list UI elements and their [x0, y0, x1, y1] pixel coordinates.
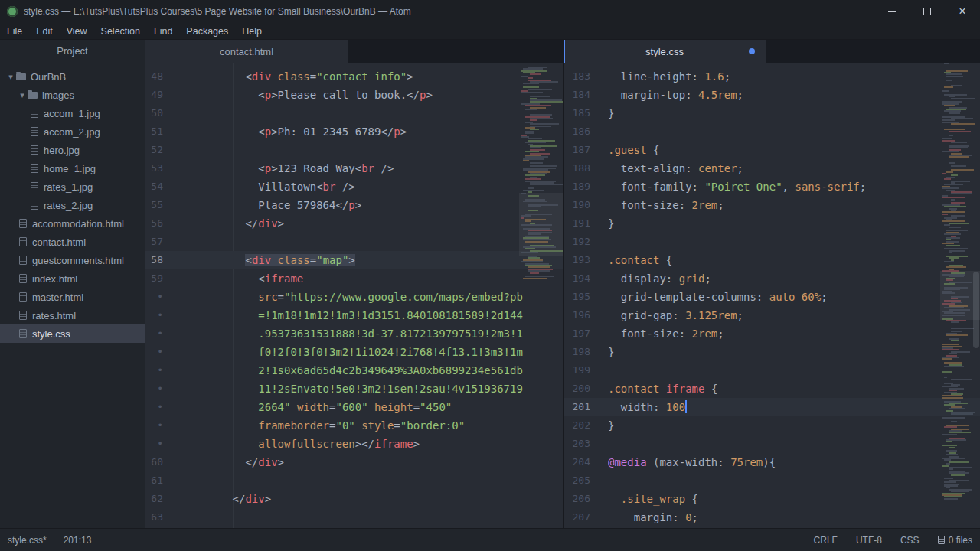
code-line-187[interactable]: 187.guest {	[564, 141, 980, 159]
line-number[interactable]: 203	[564, 435, 608, 453]
tree-item-contact-html[interactable]: contact.html	[0, 233, 145, 251]
code-line-51[interactable]: 51 <p>Ph: 01 2345 6789</p>	[145, 122, 563, 141]
code-line-202[interactable]: 202}	[564, 416, 980, 435]
line-number[interactable]: 52	[145, 141, 194, 159]
line-number[interactable]: •	[145, 343, 194, 361]
line-number[interactable]: 62	[145, 490, 194, 508]
line-number[interactable]: 194	[564, 269, 608, 288]
code-line-198[interactable]: 198}	[564, 343, 980, 361]
tree-item-style-css[interactable]: style.css	[0, 324, 145, 343]
line-number[interactable]: 193	[564, 251, 608, 269]
status-file-name[interactable]: style.css*	[8, 535, 47, 546]
code-line-191[interactable]: 191}	[564, 214, 980, 233]
wrapped-code-line[interactable]: • 2664" width="600" height="450"	[145, 398, 563, 416]
line-number[interactable]: 51	[145, 122, 194, 141]
line-number[interactable]: 204	[564, 453, 608, 471]
code-line-57[interactable]: 57	[145, 233, 563, 251]
tree-item-home-1-jpg[interactable]: home_1.jpg	[0, 159, 145, 178]
line-number[interactable]: 186	[564, 122, 608, 141]
code-line-53[interactable]: 53 <p>123 Road Way<br />	[145, 159, 563, 178]
tree-item-accom-1-jpg[interactable]: accom_1.jpg	[0, 104, 145, 122]
menu-item-view[interactable]: View	[60, 23, 94, 40]
tab-style-css[interactable]: style.css	[564, 40, 766, 63]
line-number[interactable]: •	[145, 435, 194, 453]
line-number[interactable]: 199	[564, 361, 608, 380]
line-number[interactable]: 63	[145, 508, 194, 527]
code-line-60[interactable]: 60 </div>	[145, 453, 563, 471]
line-number[interactable]: 189	[564, 178, 608, 196]
tree-item-accom-2-jpg[interactable]: accom_2.jpg	[0, 122, 145, 141]
line-number[interactable]: •	[145, 398, 194, 416]
wrapped-code-line[interactable]: • 11!2sEnvato!5e0!3m2!1sen!2sau!4v151936…	[145, 380, 563, 398]
code-line-183[interactable]: 183 line-height: 1.6;	[564, 67, 980, 86]
tree-item-rates-1-jpg[interactable]: rates_1.jpg	[0, 178, 145, 196]
menu-item-edit[interactable]: Edit	[29, 23, 60, 40]
line-number[interactable]: 197	[564, 324, 608, 343]
line-number[interactable]: 201	[564, 398, 608, 416]
line-number[interactable]: 195	[564, 288, 608, 306]
code-line-203[interactable]: 203	[564, 435, 980, 453]
code-line-205[interactable]: 205	[564, 471, 980, 490]
line-number[interactable]: 183	[564, 67, 608, 86]
line-number[interactable]: 49	[145, 86, 194, 104]
line-number[interactable]: •	[145, 416, 194, 435]
wrapped-code-line[interactable]: • allowfullscreen></iframe>	[145, 435, 563, 453]
menu-item-help[interactable]: Help	[235, 23, 269, 40]
code-line-201[interactable]: 201 width: 100	[564, 398, 980, 416]
code-line-194[interactable]: 194 display: grid;	[564, 269, 980, 288]
code-line-204[interactable]: 204@media (max-width: 75rem){	[564, 453, 980, 471]
code-line-199[interactable]: 199	[564, 361, 980, 380]
code-line-188[interactable]: 188 text-align: center;	[564, 159, 980, 178]
line-number[interactable]: 185	[564, 104, 608, 122]
editor-contact-html[interactable]: 48 <div class="contact_info">49 <p>Pleas…	[145, 63, 563, 528]
close-button[interactable]: ×	[945, 0, 980, 23]
line-number[interactable]: 53	[145, 159, 194, 178]
tree-item-rates-html[interactable]: rates.html	[0, 306, 145, 324]
line-number[interactable]: 191	[564, 214, 608, 233]
status-cursor-position[interactable]: 201:13	[64, 535, 92, 546]
line-number[interactable]: 192	[564, 233, 608, 251]
line-number[interactable]: 61	[145, 471, 194, 490]
line-number[interactable]: •	[145, 324, 194, 343]
tree-item-rates-2-jpg[interactable]: rates_2.jpg	[0, 196, 145, 214]
code-line-189[interactable]: 189 font-family: "Poiret One", sans-seri…	[564, 178, 980, 196]
code-line-54[interactable]: 54 Villatown<br />	[145, 178, 563, 196]
status-encoding[interactable]: UTF-8	[856, 535, 882, 546]
line-number[interactable]: 54	[145, 178, 194, 196]
line-number[interactable]: 50	[145, 104, 194, 122]
code-line-195[interactable]: 195 grid-template-columns: auto 60%;	[564, 288, 980, 306]
line-number[interactable]: 59	[145, 269, 194, 288]
line-number[interactable]: 187	[564, 141, 608, 159]
line-number[interactable]: •	[145, 380, 194, 398]
code-line-58[interactable]: 58 <div class="map">	[145, 251, 563, 269]
line-number[interactable]: 196	[564, 306, 608, 324]
code-line-206[interactable]: 206 .site_wrap {	[564, 490, 980, 508]
tree-item-hero-jpg[interactable]: hero.jpg	[0, 141, 145, 159]
code-line-184[interactable]: 184 margin-top: 4.5rem;	[564, 86, 980, 104]
tree-item-index-html[interactable]: index.html	[0, 269, 145, 288]
modified-indicator-icon[interactable]	[749, 48, 755, 54]
code-line-196[interactable]: 196 grid-gap: 3.125rem;	[564, 306, 980, 324]
line-number[interactable]: 58	[145, 251, 194, 269]
code-line-200[interactable]: 200.contact iframe {	[564, 380, 980, 398]
line-number[interactable]: 206	[564, 490, 608, 508]
code-line-56[interactable]: 56 </div>	[145, 214, 563, 233]
line-number[interactable]: •	[145, 306, 194, 324]
code-line-50[interactable]: 50	[145, 104, 563, 122]
tab-contact-html[interactable]: contact.html	[145, 40, 348, 63]
code-line-193[interactable]: 193.contact {	[564, 251, 980, 269]
code-line-190[interactable]: 190 font-size: 2rem;	[564, 196, 980, 214]
line-number[interactable]: 190	[564, 196, 608, 214]
code-line-52[interactable]: 52	[145, 141, 563, 159]
code-line-48[interactable]: 48 <div class="contact_info">	[145, 67, 563, 86]
code-line-63[interactable]: 63	[145, 508, 563, 527]
chevron-down-icon[interactable]: ▾	[18, 90, 27, 100]
wrapped-code-line[interactable]: • src="https://www.google.com/maps/embed…	[145, 288, 563, 306]
status-line-ending[interactable]: CRLF	[814, 535, 838, 546]
code-line-61[interactable]: 61	[145, 471, 563, 490]
wrapped-code-line[interactable]: • 2!1s0x6ad65d4c2b349649%3A0xb6899234e56…	[145, 361, 563, 380]
line-number[interactable]: 55	[145, 196, 194, 214]
code-line-49[interactable]: 49 <p>Please call to book.</p>	[145, 86, 563, 104]
minimize-button[interactable]	[874, 0, 910, 23]
code-line-55[interactable]: 55 Place 579864</p>	[145, 196, 563, 214]
